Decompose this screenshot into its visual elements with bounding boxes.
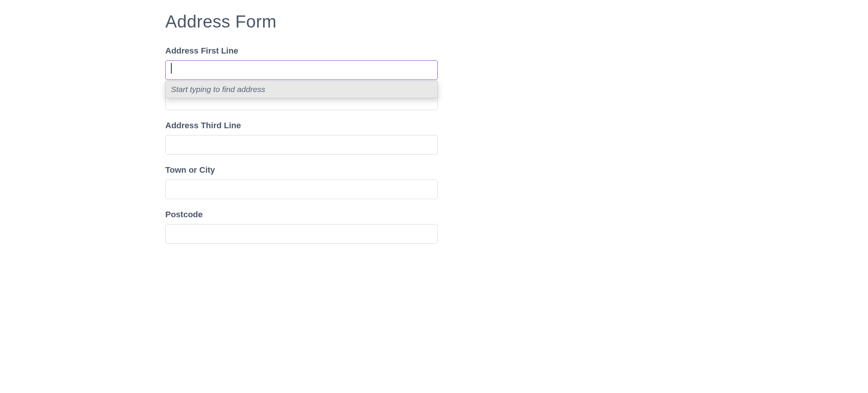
form-title: Address Form <box>165 11 438 32</box>
town-input[interactable] <box>165 180 438 199</box>
field-group-town: Town or City <box>165 165 438 199</box>
text-cursor <box>171 63 172 74</box>
address-form-container: Address Form Address First Line Start ty… <box>165 0 438 244</box>
autocomplete-dropdown[interactable]: Start typing to find address <box>165 81 438 98</box>
postcode-label: Postcode <box>165 210 438 220</box>
field-group-line3: Address Third Line <box>165 121 438 155</box>
postcode-input[interactable] <box>165 224 438 244</box>
address-line3-input[interactable] <box>165 135 438 155</box>
field-group-line1: Address First Line Start typing to find … <box>165 46 438 80</box>
field-group-postcode: Postcode <box>165 210 438 244</box>
address-line1-input[interactable] <box>165 60 438 80</box>
address-line3-label: Address Third Line <box>165 121 438 130</box>
autocomplete-hint: Start typing to find address <box>166 81 437 98</box>
town-label: Town or City <box>165 165 438 175</box>
address-line1-label: Address First Line <box>165 46 438 56</box>
